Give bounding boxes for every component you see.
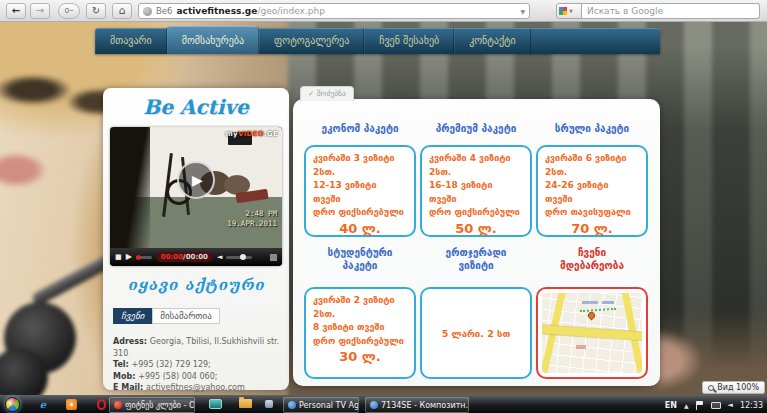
back-button[interactable]: ←	[6, 3, 26, 19]
search-engine-button[interactable]: ▼	[556, 3, 582, 19]
video-osd-date: 19.APR.2011	[227, 219, 277, 228]
package-title-full: სრული პაკეტი	[536, 122, 648, 135]
seek-slider[interactable]	[136, 256, 152, 259]
utility-taskbar-icon[interactable]	[258, 399, 280, 412]
taskbar-window-7134se[interactable]: 7134SE - Композитн...	[365, 397, 469, 413]
fullscreen-button[interactable]	[270, 254, 277, 261]
tray-language[interactable]: EN	[665, 401, 677, 410]
system-tray: EN ▲ ◄ 12:33	[665, 396, 763, 413]
location-map-card[interactable]	[536, 287, 648, 379]
nav-item-contact[interactable]: კონტაქტი	[454, 28, 531, 54]
myvideo-watermark: myVIDEO.GE	[226, 130, 278, 138]
site-favicon	[143, 7, 152, 16]
reload-button[interactable]: ↻	[86, 3, 106, 19]
taskbar-window-personal-tv[interactable]: Personal TV Agent	[283, 397, 359, 413]
package-card-full: კვირაში 6 ვიზიტი 2სთ. 24-26 ვიზიტი თვეში…	[536, 145, 648, 237]
address-bar[interactable]: Be6 activefitness.ge/geo/index.php ▼	[138, 3, 530, 19]
action-center-flag-icon[interactable]	[696, 401, 704, 410]
contact-address: Adress: Georgia, Tbilisi, Il.Sukhishvili…	[113, 336, 283, 359]
ie-taskbar-icon[interactable]: e	[32, 399, 54, 412]
network-icon[interactable]	[711, 402, 721, 409]
package-card-econom: კვირაში 3 ვიზიტი 2სთ. 12-13 ვიზიტი თვეში…	[304, 145, 416, 237]
contact-info: Adress: Georgia, Tbilisi, Il.Sukhishvili…	[113, 336, 283, 394]
contact-tel: Tel: +995 (32) 729 129;	[113, 359, 283, 371]
forward-button[interactable]: →	[30, 3, 50, 19]
map-image[interactable]	[542, 293, 642, 373]
video-controls: ■ ▶ 00:00/00:00 ◄	[110, 248, 282, 266]
package-title-econom: ეკონომ პაკეტი	[304, 122, 416, 135]
page-viewport: მთავარი მომსახურება ფოტოგალერეა ჩვენ შეს…	[0, 22, 767, 395]
start-button[interactable]	[5, 397, 20, 412]
search-mini-tab[interactable]: ✓ მოძებნა	[300, 86, 354, 101]
video-frame: myVIDEO.GE 2:48 PM 19.APR.2011 ▶	[110, 127, 282, 248]
address-dropdown-icon[interactable]: ▼	[520, 8, 525, 15]
package-title-single-visit: ერთჯერადი ვიზიტი	[420, 246, 532, 272]
volume-icon[interactable]: ◄	[217, 253, 222, 261]
taskbar-active-window[interactable]: ფიტნეს კლუბი - Opera	[109, 397, 195, 413]
home-button[interactable]: ⌂	[112, 3, 132, 19]
speaker-icon[interactable]: ◄	[728, 401, 733, 409]
video-osd-time: 2:48 PM	[245, 209, 277, 218]
address-heading-secondary: მისამართია	[152, 308, 220, 324]
price-label: 50 ლ.	[429, 221, 523, 236]
browser-zoom-widget[interactable]: Вид 100%	[702, 381, 765, 394]
price-label: 30 ლ.	[313, 349, 407, 364]
search-input[interactable]	[582, 3, 760, 19]
package-title-student: სტუდენტური პაკეტი	[304, 246, 416, 272]
tv-app-taskbar-icon[interactable]	[204, 399, 226, 412]
contact-email: E Mail: activefitnes@yahoo.com	[113, 382, 283, 394]
window-icon	[288, 401, 296, 409]
price-label: 70 ლ.	[545, 221, 639, 236]
price-label: 40 ლ.	[313, 221, 407, 236]
tray-clock[interactable]: 12:33	[740, 401, 763, 410]
package-card-single-visit: 5 ლარი. 2 სთ	[420, 287, 532, 379]
package-card-premium: კვირაში 4 ვიზიტი 2სთ. 16-18 ვიზიტი თვეში…	[420, 145, 532, 237]
contact-mobile: Mob: +995 (58) 004 060;	[113, 371, 283, 383]
seek-handle[interactable]	[136, 255, 141, 260]
package-card-student: კვირაში 2 ვიზიტი 2სთ. 8 ვიზიტი თვეში დრო…	[304, 287, 416, 379]
quick-access-button[interactable]: o–	[58, 3, 80, 19]
magnifier-icon	[708, 385, 714, 391]
location-title: ჩვენი მდებარეობა	[536, 246, 648, 272]
play-button[interactable]: ▶	[126, 253, 132, 261]
nav-item-about[interactable]: ჩვენ შესახებ	[364, 28, 454, 54]
sidebar-panel: Be Active myVIDEO.GE 2:48 PM 19.APR.2011…	[103, 88, 289, 390]
screen: ← → o– ↻ ⌂ Be6 activefitness.ge/geo/inde…	[0, 0, 767, 413]
slogan-text: იყავი აქტიური	[103, 276, 289, 294]
play-overlay-button[interactable]: ▶	[177, 161, 215, 199]
time-display: 00:00/00:00	[156, 252, 213, 262]
nav-item-home[interactable]: მთავარი	[95, 28, 167, 54]
media-app-taskbar-icon[interactable]	[60, 399, 82, 412]
explorer-taskbar-icon[interactable]	[234, 399, 256, 412]
windows-taskbar: e ფიტნეს კლუბი - Opera Personal TV Agent…	[0, 395, 767, 413]
address-heading: ჩვენი მისამართია	[113, 308, 220, 324]
packages-panel: ეკონომ პაკეტი პრემიუმ პაკეტი სრული პაკეტ…	[293, 99, 660, 386]
volume-slider[interactable]	[226, 256, 252, 259]
nav-item-gallery[interactable]: ფოტოგალერეა	[259, 28, 364, 54]
main-navigation: მთავარი მომსახურება ფოტოგალერეა ჩვენ შეს…	[95, 28, 660, 54]
search-engine-caret-icon: ▼	[569, 8, 573, 14]
browser-toolbar: ← → o– ↻ ⌂ Be6 activefitness.ge/geo/inde…	[0, 0, 767, 22]
address-heading-primary: ჩვენი	[113, 308, 152, 324]
zoom-level-label: Вид 100%	[717, 383, 759, 392]
volume-handle[interactable]	[240, 254, 246, 260]
window-icon	[370, 401, 378, 409]
check-icon: ✓	[308, 89, 314, 98]
tray-expand-icon[interactable]: ▲	[684, 402, 689, 409]
video-player[interactable]: myVIDEO.GE 2:48 PM 19.APR.2011 ▶ ■ ▶ 00:…	[110, 127, 282, 266]
site-badge-label: Be6	[156, 6, 172, 16]
stop-button[interactable]: ■	[115, 254, 122, 261]
window-icon	[114, 401, 122, 409]
google-icon	[559, 7, 567, 15]
url-path: /geo/index.php	[257, 6, 324, 16]
url-domain: activefitness.ge	[176, 6, 257, 16]
package-title-premium: პრემიუმ პაკეტი	[420, 122, 532, 135]
site-title: Be Active	[103, 95, 289, 119]
nav-item-services[interactable]: მომსახურება	[167, 26, 259, 54]
